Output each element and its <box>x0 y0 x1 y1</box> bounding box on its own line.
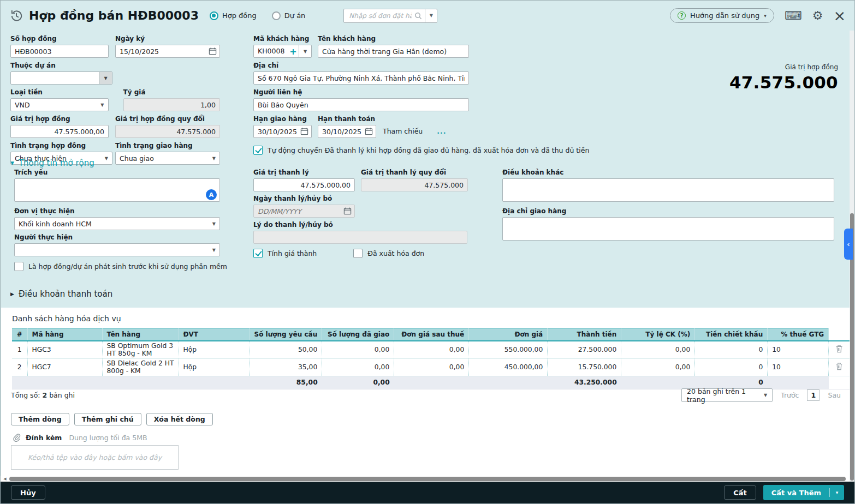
attachment-label[interactable]: Đính kèm <box>26 434 62 442</box>
customer-code-select[interactable]: KH0008 + ▼ <box>253 45 312 58</box>
invoiced-checkbox[interactable] <box>353 249 363 258</box>
close-icon[interactable]: × <box>833 8 846 23</box>
delete-row-icon[interactable] <box>835 362 843 370</box>
delete-row-icon[interactable] <box>835 345 843 353</box>
chevron-down-icon[interactable]: ▼ <box>299 45 311 57</box>
project-select[interactable]: ▼ <box>10 71 112 85</box>
next-page-button[interactable]: Sau <box>828 391 841 399</box>
summary-note-label: Trích yếu <box>14 169 220 177</box>
reference-label: Tham chiếu <box>383 127 423 135</box>
radio-project-circle[interactable] <box>272 11 281 20</box>
cell-price_after_tax[interactable]: 0,00 <box>394 341 469 359</box>
items-table: #Mã hàngTên hàngĐVTSố lượng yêu cầuSố lư… <box>12 328 850 389</box>
chevron-down-icon: ▼ <box>212 221 216 226</box>
contract-no-field[interactable] <box>10 45 109 58</box>
customer-name-field[interactable] <box>318 45 469 58</box>
cell-vat[interactable]: 10 <box>768 341 829 359</box>
table-row: 2HGC7SB Dielac Gold 2 HT 800g - KMHộp35,… <box>12 358 850 376</box>
invoiced-label: Đã xuất hóa đơn <box>367 249 424 257</box>
chevron-down-icon[interactable]: ▼ <box>99 72 112 84</box>
sign-date-field[interactable] <box>115 45 220 58</box>
cancel-button[interactable]: Hủy <box>11 485 45 500</box>
radio-contract-circle[interactable] <box>210 11 218 20</box>
reference-more-link[interactable]: ... <box>437 127 446 135</box>
cell-unit[interactable]: Hộp <box>179 358 250 376</box>
other-terms-field[interactable] <box>502 178 834 202</box>
cell-qty_requested[interactable]: 35,00 <box>250 358 322 376</box>
cell-unit[interactable]: Hộp <box>179 341 250 359</box>
side-panel-toggle[interactable]: ‹ <box>844 229 853 260</box>
radio-contract[interactable]: Hợp đồng <box>210 11 257 20</box>
order-search-dropdown[interactable]: ▼ <box>425 9 437 22</box>
add-row-button[interactable]: Thêm dòng <box>11 413 69 425</box>
contract-no-label: Số hợp đồng <box>10 35 109 43</box>
radio-contract-label: Hợp đồng <box>222 11 257 20</box>
keyboard-shortcut-icon[interactable]: ⌨ <box>785 10 802 22</box>
cell-discount_amount[interactable]: 0 <box>695 341 768 359</box>
items-panel: Danh sách hàng hóa dịch vụ #Mã hàngTên h… <box>1 308 854 483</box>
cell-amount[interactable]: 27.500.000 <box>548 341 621 359</box>
extended-info-toggle[interactable]: ▼ Thông tin mở rộng <box>10 158 94 168</box>
payment-terms-toggle[interactable]: ▶ Điều khoản thanh toán <box>10 289 112 299</box>
cell-code[interactable]: HGC7 <box>27 358 102 376</box>
gear-icon[interactable]: ⚙ <box>812 10 823 22</box>
cell-unit_price[interactable]: 550.000,00 <box>469 341 548 359</box>
help-button[interactable]: ? Hướng dẫn sử dụng ▾ <box>670 8 774 23</box>
column-header-discount_amount: Tiền chiết khấu <box>695 328 768 341</box>
contract-value-converted-field <box>115 125 220 138</box>
contract-value-field[interactable] <box>10 125 109 138</box>
chevron-down-icon[interactable]: ▾ <box>830 490 844 495</box>
delivery-status-select[interactable]: Chưa giao ▼ <box>115 152 220 165</box>
total-amount: 43.250.000 <box>548 376 621 389</box>
cell-vat[interactable]: 10 <box>768 358 829 376</box>
cost-price-checkbox[interactable] <box>253 249 263 258</box>
chevron-left-icon: ‹ <box>847 240 850 248</box>
cell-code[interactable]: HGC3 <box>27 341 102 359</box>
cell-qty_delivered[interactable]: 0,00 <box>322 341 394 359</box>
doc-type-radio-group: Hợp đồng Dự án <box>210 11 305 20</box>
cell-discount_rate[interactable]: 0,00 <box>621 358 695 376</box>
radio-project[interactable]: Dự án <box>272 11 306 20</box>
page-number-box[interactable]: 1 <box>807 389 820 401</box>
translate-icon[interactable]: A <box>206 189 217 200</box>
executing-unit-select[interactable]: Khối kinh doanh HCM ▼ <box>14 217 220 230</box>
order-search-input[interactable] <box>344 9 425 22</box>
cell-unit_price[interactable]: 450.000,00 <box>469 358 548 376</box>
save-and-add-button[interactable]: Cất và Thêm ▾ <box>763 485 844 500</box>
save-button[interactable]: Cất <box>724 485 756 500</box>
calendar-icon[interactable] <box>300 127 308 135</box>
help-button-label: Hướng dẫn sử dụng <box>690 11 759 20</box>
page-size-select[interactable]: 20 bản ghi trên 1 trang ▼ <box>681 388 773 402</box>
cell-price_after_tax[interactable]: 0,00 <box>394 358 469 376</box>
cell-discount_amount[interactable]: 0 <box>695 358 768 376</box>
liquidation-value-field[interactable] <box>253 178 355 191</box>
delivery-address-field[interactable] <box>502 217 834 241</box>
liquidation-date-field <box>253 205 355 218</box>
add-note-button[interactable]: Thêm ghi chú <box>74 413 141 425</box>
cell-qty_delivered[interactable]: 0,00 <box>322 358 394 376</box>
contact-person-field[interactable] <box>253 98 469 111</box>
cell-name[interactable]: SB Dielac Gold 2 HT 800g - KM <box>102 358 179 376</box>
history-icon[interactable] <box>9 9 23 23</box>
currency-select[interactable]: VND ▼ <box>10 98 109 111</box>
horizontal-scrollbar-thumb[interactable] <box>9 477 846 481</box>
executor-select[interactable]: ▼ <box>14 243 220 256</box>
file-dropzone[interactable]: Kéo/thả tệp vào đây hoặc bấm vào đây <box>11 445 179 470</box>
column-header-no: # <box>12 328 27 341</box>
auto-liquidate-row: Tự động chuyển Đã thanh lý khi hợp đồng … <box>253 146 589 155</box>
cell-amount[interactable]: 15.750.000 <box>548 358 621 376</box>
summary-note-field[interactable] <box>14 178 220 202</box>
cell-name[interactable]: SB Optimum Gold 3 HT 850g - KM <box>102 341 179 359</box>
legacy-contract-checkbox[interactable] <box>14 262 23 271</box>
scroll-left-arrow-icon[interactable]: ◀ <box>1 477 9 481</box>
prev-page-button[interactable]: Trước <box>781 391 799 399</box>
add-customer-icon[interactable]: + <box>288 45 299 57</box>
calendar-icon[interactable] <box>209 47 217 55</box>
address-field[interactable] <box>253 71 469 85</box>
cell-discount_rate[interactable]: 0,00 <box>621 341 695 359</box>
column-header-code: Mã hàng <box>27 328 102 341</box>
auto-liquidate-checkbox[interactable] <box>253 146 263 155</box>
clear-rows-button[interactable]: Xóa hết dòng <box>146 413 213 425</box>
calendar-icon[interactable] <box>365 127 373 135</box>
cell-qty_requested[interactable]: 50,00 <box>250 341 322 359</box>
